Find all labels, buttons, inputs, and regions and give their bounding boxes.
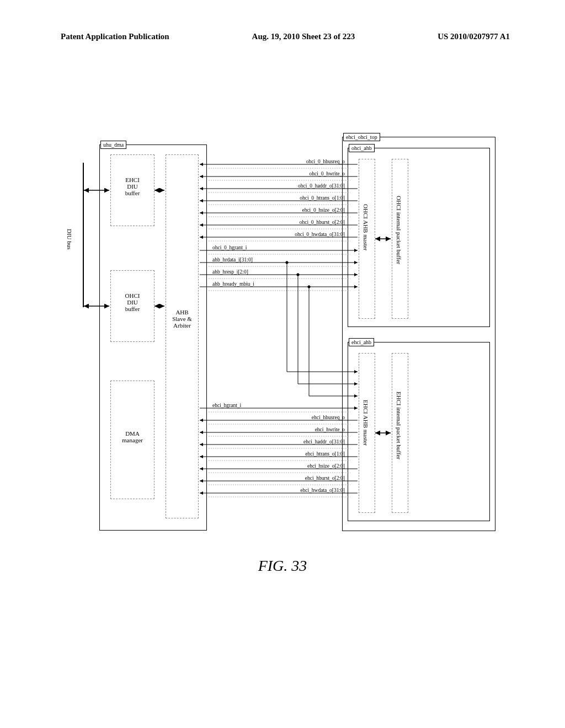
- arrows-svg: [77, 132, 497, 535]
- block-diagram: DIU bus uhu_dma EHCI DIU buffer OHCI DIU…: [77, 132, 497, 535]
- svg-point-36: [308, 286, 310, 288]
- header-left: Patent Application Publication: [61, 32, 169, 41]
- header-right: US 2010/0207977 A1: [438, 32, 510, 41]
- svg-point-30: [286, 261, 288, 264]
- svg-point-33: [297, 274, 299, 276]
- figure-caption: FIG. 33: [0, 557, 565, 575]
- header-center: Aug. 19, 2010 Sheet 23 of 223: [252, 32, 355, 41]
- diu-bus-label: DIU bus: [66, 229, 73, 250]
